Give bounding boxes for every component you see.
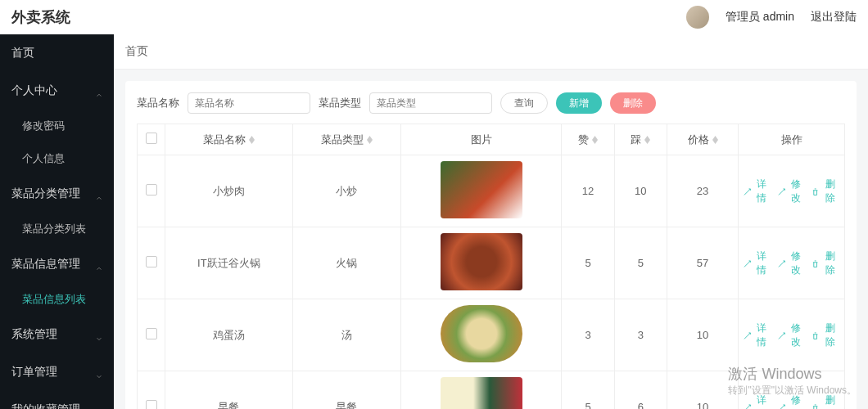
sidebar-sub-dish-list[interactable]: 菜品信息列表 [0,283,114,316]
delete-link[interactable]: 删除 [811,321,839,349]
sort-icon [712,136,718,144]
cell-type: 汤 [292,299,400,371]
col-like[interactable]: 赞 [562,124,614,155]
sidebar-item-label: 我的收藏管理 [11,402,80,409]
edit-link[interactable]: 修改 [778,393,806,410]
cell-like: 12 [562,155,614,227]
sidebar: 首页 个人中心 修改密码 个人信息 菜品分类管理 菜品分类列表 菜品信息管理 菜… [0,34,114,409]
edit-icon [778,403,785,410]
edit-icon [778,331,785,339]
delete-button[interactable]: 删除 [610,92,656,114]
cell-dislike: 3 [614,299,667,371]
sidebar-item-order[interactable]: 订单管理 [0,353,114,391]
cell-price: 23 [667,155,739,227]
cell-image [400,227,561,299]
filter-name-label: 菜品名称 [137,96,179,110]
dish-thumbnail[interactable] [441,161,522,218]
detail-link[interactable]: 详情 [744,393,771,410]
sidebar-item-category[interactable]: 菜品分类管理 [0,175,114,213]
detail-link[interactable]: 详情 [744,321,771,349]
chevron-up-icon [96,88,102,94]
sidebar-item-label: 系统管理 [11,327,57,342]
sidebar-item-dish[interactable]: 菜品信息管理 [0,245,114,283]
cell-type: 早餐 [292,371,400,410]
cell-type: 小炒 [292,155,400,227]
delete-link[interactable]: 删除 [811,249,839,277]
dish-thumbnail[interactable] [441,377,522,409]
col-name[interactable]: 菜品名称 [165,124,293,155]
sidebar-sub-category-list[interactable]: 菜品分类列表 [0,213,114,245]
avatar[interactable] [686,6,709,29]
cell-price: 10 [667,299,739,371]
col-image: 图片 [400,124,561,155]
sort-icon [644,136,650,144]
breadcrumb: 首页 [114,34,868,70]
cell-actions: 详情 修改 删除 [739,371,845,410]
table-row: 小炒肉 小炒 12 10 23 详情 修改 删除 [138,155,845,227]
trash-icon [811,187,819,196]
cell-checkbox [138,371,165,410]
dish-thumbnail[interactable] [441,233,522,290]
sort-icon [249,136,255,144]
filter-name-input[interactable] [188,92,310,114]
sidebar-item-profile[interactable]: 个人中心 [0,72,114,110]
col-checkbox [138,124,165,155]
detail-link[interactable]: 详情 [744,178,771,205]
edit-icon [778,259,785,267]
edit-link[interactable]: 修改 [778,249,806,277]
app-logo: 外卖系统 [11,7,70,27]
cell-actions: 详情 修改 删除 [739,155,845,227]
cell-checkbox [138,299,165,371]
app-header: 外卖系统 管理员 admin 退出登陆 [0,0,868,34]
admin-label: 管理员 [726,10,760,23]
row-checkbox[interactable] [146,328,157,339]
sidebar-item-home[interactable]: 首页 [0,34,114,72]
logout-link[interactable]: 退出登陆 [811,10,857,25]
sidebar-sub-change-password[interactable]: 修改密码 [0,110,114,142]
cell-dislike: 10 [614,155,667,227]
cell-dislike: 5 [614,227,667,299]
cell-like: 5 [562,227,614,299]
cell-image [400,299,561,371]
chevron-up-icon [96,191,102,197]
sidebar-item-system[interactable]: 系统管理 [0,316,114,353]
sidebar-item-favorites[interactable]: 我的收藏管理 [0,391,114,409]
cell-actions: 详情 修改 删除 [739,227,845,299]
cell-checkbox [138,227,165,299]
chevron-up-icon [96,261,102,267]
col-dislike[interactable]: 踩 [614,124,667,155]
sort-icon [367,136,373,144]
edit-icon [744,259,751,267]
add-button[interactable]: 新增 [556,92,602,114]
main-area: 首页 菜品名称 菜品类型 查询 新增 删除 菜品名称 菜品类型 图片 [114,34,868,409]
detail-link[interactable]: 详情 [744,249,771,277]
chevron-down-icon [96,331,102,338]
sidebar-sub-profile-info[interactable]: 个人信息 [0,142,114,175]
cell-name: IT跃迁谷火锅 [165,227,293,299]
cell-image [400,155,561,227]
delete-link[interactable]: 删除 [811,393,839,410]
table-row: 早餐 早餐 5 6 10 详情 修改 删除 [138,371,845,410]
dish-thumbnail[interactable] [441,305,522,362]
sidebar-item-label: 首页 [11,46,34,61]
col-type[interactable]: 菜品类型 [292,124,400,155]
edit-link[interactable]: 修改 [778,178,806,205]
trash-icon [811,331,819,339]
checkbox-all[interactable] [146,133,157,144]
col-price[interactable]: 价格 [667,124,739,155]
delete-link[interactable]: 删除 [811,178,839,205]
search-button[interactable]: 查询 [500,92,548,114]
edit-icon [778,187,785,196]
dish-table: 菜品名称 菜品类型 图片 赞 踩 价格 操作 小炒肉 小炒 12 10 23 详… [137,124,845,409]
cell-type: 火锅 [292,227,400,299]
cell-like: 5 [562,371,614,410]
edit-link[interactable]: 修改 [778,321,806,349]
filter-type-input[interactable] [369,92,492,114]
row-checkbox[interactable] [146,184,157,196]
cell-image [400,371,561,410]
filter-type-label: 菜品类型 [319,96,361,110]
filter-row: 菜品名称 菜品类型 查询 新增 删除 [137,92,845,114]
row-checkbox[interactable] [146,256,157,267]
cell-like: 3 [562,299,614,371]
row-checkbox[interactable] [146,400,157,409]
